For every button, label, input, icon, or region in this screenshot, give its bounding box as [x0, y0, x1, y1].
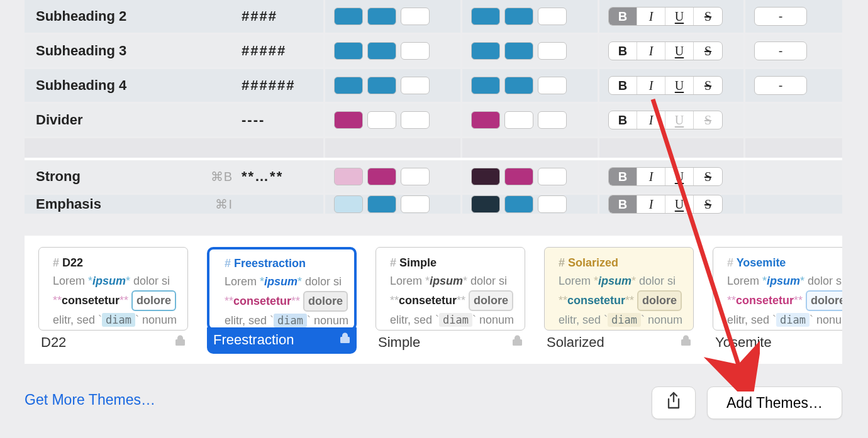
theme-card-yosemite[interactable]: # Yosemite Lorem *ipsum* dolor si **cons…	[713, 247, 842, 364]
color-swatch[interactable]	[471, 195, 500, 213]
style-row: Subheading 2 #### B I U S -	[25, 0, 842, 35]
color-swatch[interactable]	[401, 111, 430, 129]
add-themes-button[interactable]: Add Themes…	[707, 386, 842, 419]
color-swatch[interactable]	[504, 195, 533, 213]
color-swatch[interactable]	[401, 8, 430, 25]
text-style-segmented[interactable]: B I U S	[608, 41, 723, 60]
markdown-syntax: #####	[242, 43, 323, 59]
color-swatch[interactable]	[504, 168, 533, 185]
color-swatch[interactable]	[367, 168, 396, 185]
color-swatch[interactable]	[471, 42, 500, 60]
color-swatch[interactable]	[471, 111, 500, 129]
text-style-segmented[interactable]: B I U S	[608, 76, 723, 95]
strike-toggle[interactable]: S	[694, 195, 722, 213]
markdown-syntax: ####	[242, 8, 323, 25]
italic-toggle[interactable]: I	[637, 111, 665, 129]
color-swatch[interactable]	[538, 77, 567, 94]
share-icon	[665, 391, 682, 415]
style-row: Emphasis ⌘I B I U S	[25, 195, 842, 216]
bold-toggle[interactable]: B	[609, 111, 637, 129]
style-table: Subheading 2 #### B I U S - Subheading 3…	[25, 0, 842, 216]
underline-toggle[interactable]: U	[665, 77, 694, 94]
strike-toggle[interactable]: S	[694, 77, 722, 94]
color-swatch[interactable]	[504, 111, 533, 129]
style-row: Strong ⌘B **…** B I U S	[25, 160, 842, 195]
color-swatch[interactable]	[367, 111, 396, 129]
markdown-syntax: ######	[242, 77, 323, 94]
strike-toggle[interactable]: S	[694, 42, 722, 60]
color-swatch[interactable]	[504, 77, 533, 94]
theme-card-d22[interactable]: # D22 Lorem *ipsum* dolor si **consetetu…	[38, 247, 188, 364]
themes-panel: # D22 Lorem *ipsum* dolor si **consetetu…	[25, 236, 842, 364]
border-style-select[interactable]: -	[754, 76, 807, 95]
strike-toggle[interactable]: S	[694, 8, 722, 25]
style-name: Subheading 3	[36, 43, 126, 59]
keyboard-shortcut: ⌘I	[215, 197, 233, 212]
color-swatch[interactable]	[401, 42, 430, 60]
share-button[interactable]	[652, 386, 696, 419]
underline-toggle[interactable]: U	[665, 168, 694, 185]
theme-title: Freestraction	[213, 332, 294, 348]
color-swatch[interactable]	[471, 77, 500, 94]
style-name: Emphasis	[36, 196, 101, 212]
color-swatch[interactable]	[504, 8, 533, 25]
bold-toggle[interactable]: B	[609, 42, 637, 60]
color-swatch[interactable]	[401, 195, 430, 213]
color-swatch[interactable]	[538, 195, 567, 213]
theme-preview: # D22 Lorem *ipsum* dolor si **consetetu…	[38, 247, 188, 331]
italic-toggle[interactable]: I	[637, 77, 665, 94]
theme-title: Solarized	[547, 334, 604, 351]
color-swatch[interactable]	[401, 168, 430, 185]
color-swatch[interactable]	[471, 8, 500, 25]
text-style-segmented[interactable]: B I U S	[608, 195, 723, 214]
color-swatch[interactable]	[334, 77, 363, 94]
color-swatch[interactable]	[334, 42, 363, 60]
text-style-segmented[interactable]: B I U S	[608, 167, 723, 186]
italic-toggle[interactable]: I	[637, 195, 665, 213]
bold-toggle[interactable]: B	[609, 8, 637, 25]
style-name: Divider	[36, 112, 83, 128]
theme-card-solarized[interactable]: # Solarized Lorem *ipsum* dolor si **con…	[544, 247, 694, 364]
italic-toggle[interactable]: I	[637, 42, 665, 60]
strike-toggle[interactable]: S	[694, 168, 722, 185]
keyboard-shortcut: ⌘B	[211, 169, 233, 184]
color-swatch[interactable]	[367, 195, 396, 213]
color-swatch[interactable]	[538, 111, 567, 129]
italic-toggle[interactable]: I	[637, 168, 665, 185]
color-swatch[interactable]	[538, 42, 567, 60]
color-swatch[interactable]	[538, 8, 567, 25]
color-swatch[interactable]	[334, 168, 363, 185]
color-swatch[interactable]	[334, 111, 363, 129]
italic-toggle[interactable]: I	[637, 8, 665, 25]
color-swatch[interactable]	[334, 8, 363, 25]
get-more-themes-link[interactable]: Get More Themes…	[25, 391, 155, 408]
markdown-syntax: ----	[242, 112, 323, 128]
color-swatch[interactable]	[471, 168, 500, 185]
theme-card-freestraction[interactable]: # Freestraction Lorem *ipsum* dolor si *…	[207, 247, 357, 364]
color-swatch[interactable]	[401, 77, 430, 94]
theme-title: Yosemite	[715, 334, 772, 351]
strike-toggle[interactable]: S	[694, 111, 722, 129]
bold-toggle[interactable]: B	[609, 77, 637, 94]
color-swatch[interactable]	[504, 42, 533, 60]
underline-toggle[interactable]: U	[665, 195, 694, 213]
bold-toggle[interactable]: B	[609, 195, 637, 213]
theme-card-simple[interactable]: # Simple Lorem *ipsum* dolor si **conset…	[376, 247, 525, 364]
text-style-segmented[interactable]: B I U S	[608, 7, 723, 26]
lock-icon	[340, 332, 350, 348]
border-style-select[interactable]: -	[754, 7, 807, 26]
underline-toggle[interactable]: U	[665, 42, 694, 60]
bold-toggle[interactable]: B	[609, 168, 637, 185]
color-swatch[interactable]	[538, 168, 567, 185]
color-swatch[interactable]	[367, 8, 396, 25]
border-style-select[interactable]: -	[754, 41, 807, 60]
lock-icon	[512, 334, 523, 351]
color-swatch[interactable]	[367, 77, 396, 94]
lock-icon	[681, 334, 691, 351]
underline-toggle[interactable]: U	[665, 111, 694, 129]
color-swatch[interactable]	[367, 42, 396, 60]
text-style-segmented[interactable]: B I U S	[608, 111, 723, 129]
theme-preview: # Freestraction Lorem *ipsum* dolor si *…	[207, 247, 357, 331]
underline-toggle[interactable]: U	[665, 8, 694, 25]
color-swatch[interactable]	[334, 195, 363, 213]
